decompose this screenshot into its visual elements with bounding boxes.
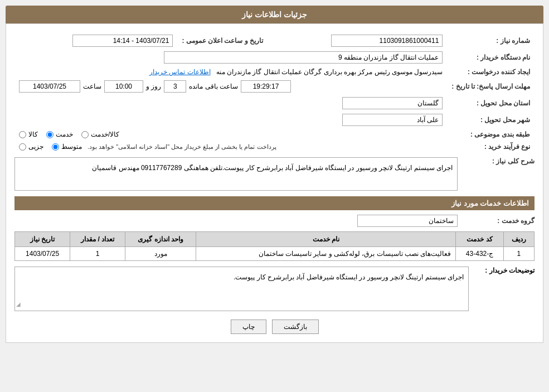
category-label: طبقه بندی موضوعی : — [447, 128, 535, 141]
services-table: ردیف کد خدمت نام خدمت واحد اندازه گیری ت… — [14, 231, 535, 261]
group-label: گروه خدمت : — [462, 217, 535, 225]
main-content: شماره نیاز : 1103091861000411 تاریخ و سا… — [6, 23, 543, 343]
th-code: کد خدمت — [456, 232, 503, 247]
category-kala-khadamat-radio[interactable] — [81, 131, 89, 138]
deadline-time-label: ساعت — [83, 83, 101, 90]
back-button[interactable]: بازگشت — [272, 320, 319, 334]
buttons-row: بازگشت چاپ — [14, 320, 535, 334]
process-jozii-label: جزیی — [28, 143, 43, 151]
announce-label: تاریخ و ساعت اعلان عمومی : — [177, 32, 268, 49]
deadline-label: مهلت ارسال پاسخ: تا تاریخ : — [447, 78, 535, 95]
category-kala-radio[interactable] — [19, 131, 26, 138]
category-kala-khadamat-label: کالا/خدمت — [91, 130, 119, 138]
cell-unit: مورد — [125, 247, 196, 261]
info-table-top: شماره نیاز : 1103091861000411 تاریخ و سا… — [14, 32, 535, 153]
process-jozii-radio[interactable] — [19, 143, 26, 151]
page-wrapper: جزئیات اطلاعات نیاز شماره نیاز : 1103091… — [0, 0, 549, 392]
page-header: جزئیات اطلاعات نیاز — [6, 6, 543, 23]
process-motavaset-radio[interactable] — [52, 143, 59, 151]
need-number-value: 1103091861000411 — [331, 35, 443, 47]
need-description-section: شرح کلی نیاز : اجرای سیستم ارتینگ لانچر … — [14, 157, 535, 191]
services-section-title: اطلاعات خدمات مورد نیاز — [14, 196, 535, 210]
cell-count: 1 — [70, 247, 125, 261]
group-value: ساختمان — [357, 215, 458, 227]
process-note: پرداخت تمام یا بخشی از مبلغ خریداز محل "… — [88, 143, 276, 151]
city-label: شهر محل تحویل : — [447, 112, 535, 128]
province-label: استان محل تحویل : — [447, 95, 535, 112]
process-label: نوع فرآیند خرید : — [447, 141, 535, 153]
group-row: گروه خدمت : ساختمان — [14, 215, 535, 227]
category-khadamat[interactable]: خدمت — [46, 130, 73, 138]
category-khadamat-label: خدمت — [56, 130, 73, 138]
print-button[interactable]: چاپ — [231, 320, 266, 334]
th-count: تعداد / مقدار — [70, 232, 125, 247]
th-name: نام خدمت — [196, 232, 456, 247]
category-khadamat-radio[interactable] — [46, 131, 54, 138]
creator-label: ایجاد کننده درخواست : — [447, 66, 535, 78]
city-value: علی آباد — [342, 114, 443, 126]
buyer-description-value: اجرای سیستم ارتینگ لانچر ورسیور در ایستگ… — [14, 267, 469, 311]
process-jozii[interactable]: جزیی — [19, 143, 43, 151]
need-description-value: اجرای سیستم ارتینگ لانچر ورسیور در ایستگ… — [14, 157, 458, 191]
th-row: ردیف — [503, 232, 534, 247]
buyer-desc-section: توضیحات خریدار : اجرای سیستم ارتینگ لانچ… — [14, 267, 535, 311]
deadline-remaining: 19:29:17 — [241, 80, 291, 93]
process-motavaset[interactable]: متوسط — [52, 143, 82, 151]
cell-row: 1 — [503, 247, 534, 261]
process-motavaset-label: متوسط — [61, 143, 82, 151]
category-kala[interactable]: کالا — [19, 130, 38, 138]
category-kala-khadamat[interactable]: کالا/خدمت — [81, 130, 119, 138]
deadline-day-label: روز و — [146, 83, 161, 90]
announce-value: 1403/07/21 - 14:14 — [72, 35, 173, 47]
th-unit: واحد اندازه گیری — [125, 232, 196, 247]
cell-date: 1403/07/25 — [15, 247, 70, 261]
deadline-days: 3 — [164, 80, 186, 93]
need-description-label: شرح کلی نیاز : — [462, 157, 535, 165]
deadline-date: 1403/07/25 — [19, 80, 80, 93]
page-title: جزئیات اطلاعات نیاز — [242, 10, 307, 19]
buyer-description-label: توضیحات خریدار : — [473, 267, 535, 274]
deadline-remaining-label: ساعت باقی مانده — [189, 83, 238, 90]
buyer-org-value: عملیات انتقال گاز مازندران منطقه 9 — [164, 51, 443, 64]
buyer-org-label: نام دستگاه خریدار : — [447, 49, 535, 66]
need-number-label: شماره نیاز : — [447, 32, 535, 49]
th-date: تاریخ نیاز — [15, 232, 70, 247]
deadline-time: 10:00 — [104, 80, 143, 93]
table-row: 1 ج-432-43 فعالیت‌های نصب تاسیسات برق، ل… — [15, 247, 535, 261]
province-value: گلستان — [342, 97, 443, 109]
resize-handle: ◢ — [16, 299, 21, 309]
cell-code: ج-432-43 — [456, 247, 503, 261]
category-kala-label: کالا — [28, 130, 38, 138]
cell-name: فعالیت‌های نصب تاسیسات برق، لوله‌کشی و س… — [196, 247, 456, 261]
creator-link[interactable]: اطلاعات تماس خریدار — [149, 68, 211, 76]
creator-value: سیدرسول موسوی رئیس مرکز بهره برداری گرگا… — [216, 68, 443, 76]
